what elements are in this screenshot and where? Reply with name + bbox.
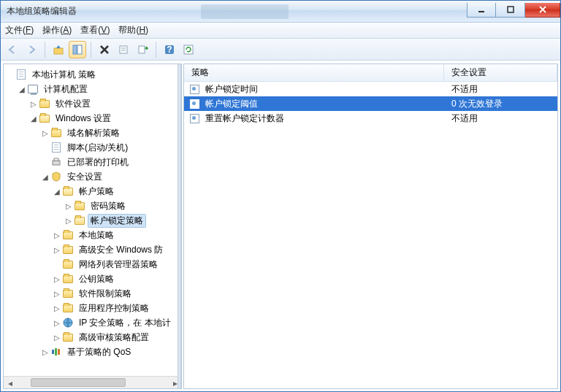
folder-icon (62, 185, 74, 197)
tree-printers[interactable]: ▷已部署的打印机 (5, 155, 181, 169)
maximize-icon (507, 6, 514, 13)
list-rows: 帐户锁定时间 不适用 帐户锁定阈值 0 次无效登录 重置帐户锁定计数器 不适用 (184, 82, 557, 388)
svg-rect-12 (53, 161, 60, 165)
svg-text:?: ? (167, 45, 172, 55)
svg-rect-11 (184, 45, 193, 54)
show-tree-button[interactable] (69, 41, 86, 58)
folder-icon (62, 288, 74, 299)
tree-lockout-policy[interactable]: ▷帐户锁定策略 (5, 213, 181, 228)
collapse-icon[interactable]: ◢ (28, 115, 39, 123)
expand-icon[interactable]: ▷ (52, 231, 62, 239)
delete-button[interactable] (96, 41, 113, 58)
tree-dns-policy[interactable]: ▷域名解析策略 (5, 126, 181, 140)
folder-open-icon (39, 112, 50, 124)
export-button[interactable] (134, 41, 151, 58)
menubar: 文件(F) 操作(A) 查看(V) 帮助(H) (1, 23, 560, 39)
maximize-button[interactable] (496, 3, 525, 18)
tree-ip-security[interactable]: ▷IP 安全策略，在 本地计 (5, 315, 181, 330)
expand-icon[interactable]: ▷ (40, 129, 50, 137)
menu-action[interactable]: 操作(A) (42, 24, 72, 36)
expand-icon[interactable]: ▷ (52, 246, 62, 254)
help-button[interactable]: ? (161, 41, 178, 58)
tree-root[interactable]: ▸本地计算机 策略 (5, 67, 181, 82)
tree-pane: ▸本地计算机 策略 ◢计算机配置 ▷软件设置 ◢Windows 设置 ▷域名解析… (3, 64, 182, 389)
tree-app-control[interactable]: ▷应用程序控制策略 (5, 301, 181, 315)
properties-button[interactable] (115, 41, 132, 58)
policy-icon (188, 83, 200, 95)
folder-icon (74, 215, 85, 226)
tree-pane-icon (72, 44, 83, 55)
export-icon (137, 44, 148, 55)
splitter[interactable] (178, 64, 181, 388)
titlebar: 本地组策略编辑器 (1, 1, 560, 23)
shield-icon (50, 171, 62, 182)
tree-account-policies[interactable]: ◢帐户策略 (5, 184, 181, 199)
svg-rect-3 (73, 45, 77, 54)
tree-password-policy[interactable]: ▷密码策略 (5, 199, 181, 213)
tree-scripts[interactable]: ▷脚本(启动/关机) (5, 140, 181, 155)
toolbar: ? (1, 39, 560, 61)
svg-rect-4 (77, 45, 82, 54)
properties-icon (118, 45, 129, 55)
refresh-button[interactable] (180, 41, 197, 58)
list-row[interactable]: 帐户锁定时间 不适用 (184, 82, 557, 96)
list-row[interactable]: 重置帐户锁定计数器 不适用 (184, 111, 557, 126)
tree-horizontal-scrollbar[interactable]: ◂ ▸ (4, 376, 181, 388)
back-button[interactable] (4, 41, 21, 58)
window-title: 本地组策略编辑器 (1, 5, 77, 18)
folder-icon (62, 244, 74, 255)
collapse-icon[interactable]: ◢ (40, 173, 50, 181)
expand-icon[interactable]: ▷ (64, 217, 74, 225)
svg-rect-8 (139, 46, 145, 53)
folder-icon (39, 98, 50, 109)
forward-button[interactable] (23, 41, 40, 58)
tree[interactable]: ▸本地计算机 策略 ◢计算机配置 ▷软件设置 ◢Windows 设置 ▷域名解析… (4, 64, 181, 376)
tree-adv-audit[interactable]: ▷高级审核策略配置 (5, 330, 181, 345)
computer-icon (27, 83, 39, 95)
svg-rect-5 (120, 46, 127, 53)
scroll-thumb[interactable] (31, 378, 126, 387)
tree-security-settings[interactable]: ◢安全设置 (5, 169, 181, 184)
expand-icon[interactable]: ▷ (52, 319, 62, 327)
expand-icon[interactable]: ▷ (52, 275, 62, 283)
list-row[interactable]: 帐户锁定阈值 0 次无效登录 (184, 96, 557, 111)
script-icon (50, 142, 62, 153)
folder-icon (50, 127, 62, 139)
col-setting[interactable]: 安全设置 (444, 64, 557, 81)
document-icon (15, 69, 27, 80)
refresh-icon (183, 44, 194, 55)
arrow-left-icon (7, 44, 18, 55)
tree-windows-settings[interactable]: ◢Windows 设置 (5, 111, 181, 126)
collapse-icon[interactable]: ◢ (52, 188, 62, 196)
globe-icon (62, 317, 74, 328)
tree-local-policies[interactable]: ▷本地策略 (5, 228, 181, 242)
expand-icon[interactable]: ▷ (52, 304, 62, 312)
menu-view[interactable]: 查看(V) (80, 24, 110, 36)
folder-icon (62, 331, 74, 343)
printer-icon (50, 156, 62, 168)
tree-software-settings[interactable]: ▷软件设置 (5, 96, 181, 111)
svg-rect-1 (508, 7, 514, 12)
close-button[interactable] (525, 3, 560, 18)
folder-icon (74, 200, 85, 212)
expand-icon[interactable]: ▷ (52, 290, 62, 298)
scroll-left-icon[interactable]: ◂ (4, 377, 16, 389)
tree-pubkey[interactable]: ▷公钥策略 (5, 272, 181, 286)
tree-qos[interactable]: ▷基于策略的 QoS (5, 345, 181, 359)
minimize-button[interactable] (467, 3, 496, 18)
collapse-icon[interactable]: ◢ (17, 85, 27, 93)
menu-file[interactable]: 文件(F) (5, 24, 34, 36)
tree-adv-firewall[interactable]: ▷高级安全 Windows 防 (5, 242, 181, 257)
tree-netlist[interactable]: ▷网络列表管理器策略 (5, 257, 181, 272)
expand-icon[interactable]: ▷ (64, 202, 74, 210)
tree-computer-config[interactable]: ◢计算机配置 (5, 82, 181, 96)
up-button[interactable] (50, 41, 67, 58)
minimize-icon (478, 6, 485, 13)
expand-icon[interactable]: ▷ (40, 348, 50, 356)
tree-software-restriction[interactable]: ▷软件限制策略 (5, 286, 181, 301)
menu-help[interactable]: 帮助(H) (118, 24, 148, 36)
folder-up-icon (53, 44, 64, 55)
expand-icon[interactable]: ▷ (28, 100, 39, 108)
col-policy[interactable]: 策略 (184, 64, 444, 81)
expand-icon[interactable]: ▷ (52, 334, 62, 342)
